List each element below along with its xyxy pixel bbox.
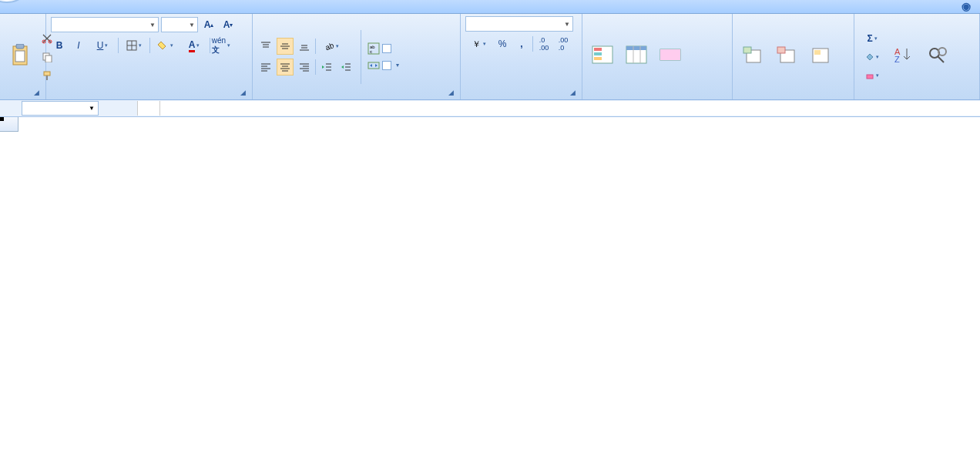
cell-styles-button[interactable]: [655, 42, 686, 72]
currency-button[interactable]: ￥▾: [465, 35, 492, 52]
comma-button[interactable]: ,: [513, 35, 530, 52]
svg-rect-60: [814, 50, 821, 55]
group-styles: [582, 14, 733, 99]
number-format-combo[interactable]: ▼: [465, 16, 573, 32]
decrease-indent-button[interactable]: [318, 59, 335, 76]
svg-rect-58: [777, 47, 785, 53]
clipboard-launcher-icon[interactable]: ◢: [34, 89, 43, 98]
align-middle-button[interactable]: [277, 38, 294, 55]
svg-rect-54: [660, 49, 680, 60]
svg-rect-46: [594, 48, 602, 51]
help-icon[interactable]: ◉: [962, 0, 971, 12]
merge-center-button[interactable]: ▾: [368, 59, 399, 72]
wrap-text-button[interactable]: abc: [368, 42, 399, 55]
increase-decimal-button[interactable]: .0.00: [535, 35, 552, 52]
phonetic-button[interactable]: wén文▾: [213, 37, 230, 54]
delete-button[interactable]: [771, 42, 802, 72]
ribbon-tabs: ◉: [0, 0, 980, 14]
svg-text:Z: Z: [894, 55, 900, 64]
font-size-combo[interactable]: ▼: [161, 17, 198, 32]
font-color-button[interactable]: A▾: [181, 37, 207, 54]
merge-icon: [368, 59, 380, 72]
group-clipboard: ◢: [0, 14, 46, 99]
number-launcher-icon[interactable]: ◢: [570, 89, 579, 98]
svg-line-65: [938, 56, 944, 62]
wrap-icon: abc: [368, 42, 380, 55]
sort-filter-button[interactable]: AZ: [888, 42, 919, 72]
border-button[interactable]: ▾: [121, 37, 147, 54]
select-all-button[interactable]: [0, 117, 18, 132]
percent-button[interactable]: %: [494, 35, 511, 52]
format-button[interactable]: [805, 42, 836, 72]
svg-rect-2: [15, 51, 25, 62]
office-button[interactable]: [0, 0, 22, 3]
paste-icon: [8, 43, 32, 68]
svg-rect-61: [867, 75, 873, 79]
autosum-button[interactable]: Σ▾: [859, 30, 885, 47]
align-left-button[interactable]: [257, 59, 274, 76]
decrease-decimal-button[interactable]: .00.0: [555, 35, 572, 52]
svg-rect-56: [743, 47, 751, 53]
clear-button[interactable]: ▾: [859, 67, 885, 84]
orientation-button[interactable]: ab▾: [318, 38, 344, 55]
format-as-table-button[interactable]: [621, 42, 652, 72]
increase-indent-button[interactable]: [337, 59, 354, 76]
svg-rect-50: [626, 46, 646, 50]
bold-button[interactable]: B: [51, 37, 68, 54]
svg-rect-1: [16, 44, 24, 49]
group-font: ▼ ▼ A▴ A▾ B I U▾ ▾ ▾ A▾ wén文▾ ◢: [46, 14, 253, 99]
font-name-combo[interactable]: ▼: [51, 17, 159, 32]
fx-icon[interactable]: [137, 101, 160, 116]
svg-rect-47: [594, 52, 602, 55]
formula-input[interactable]: [160, 101, 980, 116]
ribbon: ◢ ▼ ▼ A▴ A▾ B I U▾ ▾ ▾ A▾ wén文▾: [0, 14, 980, 100]
group-cells: [733, 14, 854, 99]
grow-font-button[interactable]: A▴: [200, 16, 217, 33]
group-editing: Σ▾ ▾ ▾ AZ: [854, 14, 980, 99]
svg-text:ab: ab: [324, 41, 334, 52]
svg-rect-48: [594, 57, 602, 60]
font-launcher-icon[interactable]: ◢: [240, 89, 250, 98]
paste-button[interactable]: [5, 42, 35, 72]
underline-button[interactable]: U▾: [89, 37, 116, 54]
merge-checkbox: [382, 61, 391, 70]
formula-bar: ▼: [0, 100, 980, 117]
insert-button[interactable]: [737, 42, 768, 72]
svg-text:c: c: [370, 49, 372, 54]
find-select-button[interactable]: [922, 42, 953, 72]
align-bottom-button[interactable]: [296, 38, 313, 55]
svg-text:￥: ￥: [472, 39, 481, 49]
shrink-font-button[interactable]: A▾: [220, 16, 237, 33]
group-alignment: ab▾ abc: [253, 14, 461, 99]
align-launcher-icon[interactable]: ◢: [448, 89, 458, 98]
align-top-button[interactable]: [257, 38, 274, 55]
fill-color-button[interactable]: ▾: [153, 37, 179, 54]
align-center-button[interactable]: [277, 59, 294, 76]
italic-button[interactable]: I: [70, 37, 87, 54]
spreadsheet-grid[interactable]: [0, 117, 980, 470]
align-right-button[interactable]: [296, 59, 313, 76]
conditional-format-button[interactable]: [587, 42, 618, 72]
wrap-checkbox: [382, 44, 391, 53]
group-number: ▼ ￥▾ % , .0.00 .00.0 ◢: [461, 14, 582, 99]
fill-button[interactable]: ▾: [859, 49, 885, 65]
name-box[interactable]: ▼: [22, 101, 99, 116]
